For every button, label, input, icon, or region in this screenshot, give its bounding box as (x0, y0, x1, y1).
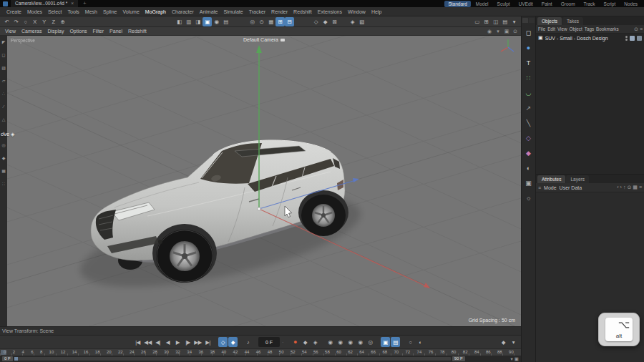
cloner-icon[interactable]: ∷ (523, 72, 535, 83)
y-axis-lock-toggle[interactable]: Y (39, 17, 49, 26)
layout-quad-view-button[interactable]: ⊞ (482, 17, 491, 26)
volume-builder-icon[interactable]: ● (523, 42, 535, 53)
menu-item-13[interactable]: Redshift (291, 9, 315, 14)
up-arrow-icon[interactable]: ↑ (623, 185, 626, 190)
layout-single-view-button[interactable]: ▭ (472, 17, 482, 26)
display-tag-icon[interactable] (637, 36, 642, 41)
vp-settings-icon[interactable]: ⊙ (512, 29, 519, 34)
range-end-grip[interactable]: 90 F (452, 356, 465, 361)
workspace-tab-6[interactable]: Track (580, 1, 599, 7)
tab-layers[interactable]: Layers (566, 175, 589, 183)
active-camera-hud[interactable]: Default Camera (243, 37, 285, 42)
undo-button[interactable]: ↶ (2, 17, 11, 26)
prev-key-button[interactable]: ◀◀ (143, 337, 152, 347)
record-keyframe-button[interactable]: ◆ (301, 337, 310, 347)
layout-split-view-button[interactable]: ◫ (491, 17, 500, 26)
range-track[interactable] (14, 357, 451, 361)
cube-primitive-icon[interactable]: ◻ (523, 27, 535, 38)
layout-custom-view-button[interactable]: ▤ (500, 17, 509, 26)
quantize-snap-toggle[interactable]: ⊟ (285, 17, 294, 26)
menu-item-12[interactable]: Render (268, 9, 291, 14)
make-editable-icon[interactable]: ◤ (2, 40, 6, 45)
axis-center-button[interactable]: ◆ (321, 17, 330, 26)
timeline-menu-icon[interactable]: ▾ (509, 337, 518, 347)
timeline-quantize-toggle[interactable]: ▤ (391, 337, 400, 347)
viewport-menu-6[interactable]: Redshift (125, 29, 150, 34)
mode-label[interactable]: Mode (544, 185, 557, 190)
solo-off-button[interactable]: ○ (406, 337, 415, 347)
tab-attributes[interactable]: Attributes (537, 175, 565, 183)
menu-item-11[interactable]: Tracker (246, 9, 268, 14)
viewport-filter-button[interactable]: ▧ (357, 17, 366, 26)
mograph-text-icon[interactable]: T (523, 57, 535, 68)
search-icon[interactable]: ⊙ (634, 26, 638, 32)
play-button[interactable]: ▶ (173, 337, 182, 347)
goto-start-button[interactable]: |◀ (133, 337, 142, 347)
keyframe-selection-button[interactable]: ◈ (311, 337, 320, 347)
live-selection-tool[interactable]: ○ (21, 17, 30, 26)
play-backwards-button[interactable]: ◀ (163, 337, 172, 347)
panel-menu-icon[interactable]: ≡ (639, 185, 642, 190)
menu-item-14[interactable]: Extensions (315, 9, 345, 14)
objects-menu-4[interactable]: Tags (585, 26, 594, 31)
points-mode-icon[interactable]: ∴ (2, 92, 5, 97)
z-axis-lock-toggle[interactable]: Z (49, 17, 58, 26)
polygons-mode-icon[interactable]: △ (2, 117, 6, 122)
objects-menu-1[interactable]: Edit (547, 26, 555, 31)
menu-item-7[interactable]: MoGraph (142, 9, 169, 14)
visibility-dots[interactable] (625, 36, 628, 41)
spline-pen-icon[interactable]: ╲ (523, 117, 535, 128)
close-tab-icon[interactable]: × (71, 0, 74, 7)
filter-icon[interactable]: ≡ (640, 26, 643, 32)
menu-item-6[interactable]: Volume (119, 9, 142, 14)
record-position-toggle[interactable]: ◉ (326, 337, 335, 347)
record-parameter-toggle[interactable]: ◉ (356, 337, 365, 347)
workspace-tab-3[interactable]: UVEdit (515, 1, 537, 7)
snapping-icon[interactable]: ◆ (2, 156, 6, 161)
field-icon[interactable]: ◡ (523, 87, 535, 98)
quantize-icon[interactable]: ∷ (2, 182, 5, 187)
object-list[interactable]: ▣ SUV - Small - Dosch Design (536, 34, 644, 174)
menu-item-8[interactable]: Character (169, 9, 197, 14)
light-icon[interactable]: ☼ (523, 192, 535, 203)
redo-button[interactable]: ↷ (11, 17, 21, 26)
object-name[interactable]: SUV - Small - Dosch Design (545, 36, 608, 41)
prev-frame-button[interactable]: ◀| (153, 337, 162, 347)
interactive-render-region-toggle[interactable]: ▣ (203, 17, 212, 26)
autokey-link-toggle[interactable]: ◆ (228, 337, 238, 347)
phong-tag-icon[interactable] (630, 36, 635, 41)
menu-item-2[interactable]: Select (45, 9, 64, 14)
texture-mode-icon[interactable]: ▨ (1, 66, 6, 71)
palette-tabs[interactable] (522, 18, 535, 23)
workplane-button[interactable]: ▦ (266, 17, 275, 26)
workspace-tab-4[interactable]: Paint (538, 1, 556, 7)
back-arrow-icon[interactable]: ‹ (617, 185, 618, 190)
range-start-grip[interactable]: 0 F (2, 356, 13, 361)
record-rotation-toggle[interactable]: ◉ (346, 337, 355, 347)
vp-lock-icon[interactable]: ◉ (486, 29, 493, 34)
record-pla-toggle[interactable]: ◎ (366, 337, 375, 347)
record-scale-toggle[interactable]: ◉ (336, 337, 345, 347)
workplane-mode-icon[interactable]: ▱ (2, 79, 6, 84)
dynamics-icon[interactable]: ◆ (523, 147, 535, 158)
viewport-menu-2[interactable]: Display (44, 29, 67, 34)
autokey-record-button[interactable]: ● (291, 337, 300, 347)
range-options-icon[interactable]: ▾ (511, 356, 513, 362)
vp-state-icon[interactable]: ▾ (494, 29, 502, 34)
menu-item-5[interactable]: Spline (100, 9, 119, 14)
filter-icon[interactable]: ▦ (633, 185, 638, 190)
palette-tab-1[interactable] (522, 18, 528, 23)
menu-item-1[interactable]: Modes (24, 9, 45, 14)
search-icon[interactable]: ⊙ (627, 185, 631, 190)
viewport-menu-0[interactable]: View (2, 29, 19, 34)
workspace-tab-8[interactable]: Nodes (620, 1, 641, 7)
team-render-button[interactable]: ◨ (193, 17, 203, 26)
timeline-range-slider[interactable]: 0 F 90 F ▾▣ (0, 356, 521, 362)
next-frame-button[interactable]: |▶ (183, 337, 192, 347)
menu-item-15[interactable]: Window (345, 9, 369, 14)
current-frame-field[interactable]: 0 F (258, 337, 280, 347)
workplane-align-button[interactable]: ⊠ (330, 17, 339, 26)
palette-tab-2[interactable] (529, 18, 535, 23)
goto-end-button[interactable]: ▶| (203, 337, 213, 347)
frame-separator[interactable]: · (280, 337, 285, 347)
